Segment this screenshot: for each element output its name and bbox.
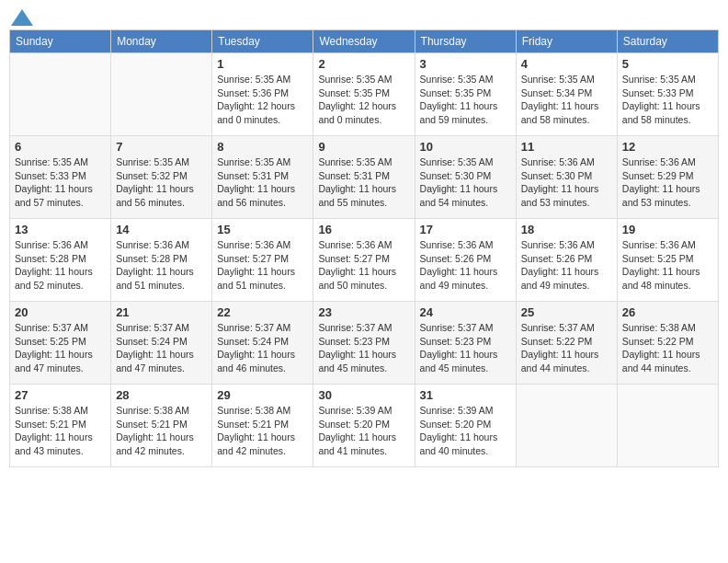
day-info: Sunrise: 5:36 AM Sunset: 5:25 PM Dayligh…: [622, 238, 713, 293]
day-info: Sunrise: 5:36 AM Sunset: 5:27 PM Dayligh…: [217, 238, 308, 293]
day-number: 28: [116, 388, 207, 402]
day-number: 21: [116, 305, 207, 319]
day-info: Sunrise: 5:35 AM Sunset: 5:30 PM Dayligh…: [420, 155, 511, 210]
day-number: 27: [15, 388, 106, 402]
calendar-week-row: 27Sunrise: 5:38 AM Sunset: 5:21 PM Dayli…: [10, 385, 719, 467]
day-number: 8: [217, 140, 308, 154]
weekday-header: Friday: [516, 30, 617, 53]
day-info: Sunrise: 5:37 AM Sunset: 5:23 PM Dayligh…: [420, 321, 511, 375]
calendar-cell: 1Sunrise: 5:35 AM Sunset: 5:36 PM Daylig…: [212, 53, 313, 136]
day-info: Sunrise: 5:38 AM Sunset: 5:21 PM Dayligh…: [15, 404, 106, 458]
day-number: 14: [116, 223, 207, 236]
calendar-cell: 18Sunrise: 5:36 AM Sunset: 5:26 PM Dayli…: [516, 219, 617, 302]
day-info: Sunrise: 5:35 AM Sunset: 5:35 PM Dayligh…: [420, 73, 511, 127]
day-number: 12: [622, 140, 713, 154]
day-number: 7: [116, 140, 207, 154]
day-info: Sunrise: 5:35 AM Sunset: 5:36 PM Dayligh…: [217, 73, 308, 127]
calendar-cell: 25Sunrise: 5:37 AM Sunset: 5:22 PM Dayli…: [516, 302, 617, 385]
day-number: 20: [15, 305, 106, 319]
day-number: 30: [318, 388, 409, 402]
weekday-header: Wednesday: [313, 30, 415, 53]
weekday-header: Thursday: [415, 30, 516, 53]
day-number: 6: [15, 140, 106, 154]
calendar-cell: 16Sunrise: 5:36 AM Sunset: 5:27 PM Dayli…: [313, 219, 415, 302]
logo-icon: [11, 9, 33, 26]
calendar-cell: 31Sunrise: 5:39 AM Sunset: 5:20 PM Dayli…: [415, 385, 516, 467]
day-info: Sunrise: 5:37 AM Sunset: 5:24 PM Dayligh…: [116, 321, 207, 375]
calendar-cell: 13Sunrise: 5:36 AM Sunset: 5:28 PM Dayli…: [10, 219, 111, 302]
day-info: Sunrise: 5:38 AM Sunset: 5:21 PM Dayligh…: [217, 404, 308, 458]
day-number: 24: [420, 305, 511, 319]
calendar-cell: 6Sunrise: 5:35 AM Sunset: 5:33 PM Daylig…: [10, 136, 111, 219]
calendar-cell: 17Sunrise: 5:36 AM Sunset: 5:26 PM Dayli…: [415, 219, 516, 302]
day-info: Sunrise: 5:35 AM Sunset: 5:31 PM Dayligh…: [318, 155, 409, 210]
calendar-header-row: SundayMondayTuesdayWednesdayThursdayFrid…: [10, 30, 719, 53]
day-info: Sunrise: 5:36 AM Sunset: 5:28 PM Dayligh…: [116, 238, 207, 293]
weekday-header: Monday: [111, 30, 212, 53]
day-info: Sunrise: 5:38 AM Sunset: 5:21 PM Dayligh…: [116, 404, 207, 458]
calendar-cell: 29Sunrise: 5:38 AM Sunset: 5:21 PM Dayli…: [212, 385, 313, 467]
day-info: Sunrise: 5:37 AM Sunset: 5:24 PM Dayligh…: [217, 321, 308, 375]
day-info: Sunrise: 5:36 AM Sunset: 5:28 PM Dayligh…: [15, 238, 106, 293]
calendar-cell: 15Sunrise: 5:36 AM Sunset: 5:27 PM Dayli…: [212, 219, 313, 302]
calendar-cell: 22Sunrise: 5:37 AM Sunset: 5:24 PM Dayli…: [212, 302, 313, 385]
weekday-header: Tuesday: [212, 30, 313, 53]
day-info: Sunrise: 5:35 AM Sunset: 5:31 PM Dayligh…: [217, 155, 308, 210]
calendar-cell: 9Sunrise: 5:35 AM Sunset: 5:31 PM Daylig…: [313, 136, 415, 219]
calendar-cell: [10, 53, 111, 136]
day-number: 11: [521, 140, 612, 154]
day-number: 5: [622, 57, 713, 71]
day-number: 16: [318, 223, 409, 236]
calendar-cell: [516, 385, 617, 467]
day-info: Sunrise: 5:37 AM Sunset: 5:25 PM Dayligh…: [15, 321, 106, 375]
calendar-cell: 24Sunrise: 5:37 AM Sunset: 5:23 PM Dayli…: [415, 302, 516, 385]
calendar-cell: 12Sunrise: 5:36 AM Sunset: 5:29 PM Dayli…: [617, 136, 718, 219]
day-number: 22: [217, 305, 308, 319]
day-info: Sunrise: 5:39 AM Sunset: 5:20 PM Dayligh…: [420, 404, 511, 458]
day-number: 2: [318, 57, 409, 71]
day-info: Sunrise: 5:35 AM Sunset: 5:34 PM Dayligh…: [521, 73, 612, 127]
calendar-cell: 5Sunrise: 5:35 AM Sunset: 5:33 PM Daylig…: [617, 53, 718, 136]
page-header: [9, 9, 719, 22]
calendar-cell: 14Sunrise: 5:36 AM Sunset: 5:28 PM Dayli…: [111, 219, 212, 302]
calendar-cell: 26Sunrise: 5:38 AM Sunset: 5:22 PM Dayli…: [617, 302, 718, 385]
calendar-cell: 21Sunrise: 5:37 AM Sunset: 5:24 PM Dayli…: [111, 302, 212, 385]
day-number: 25: [521, 305, 612, 319]
calendar-cell: 27Sunrise: 5:38 AM Sunset: 5:21 PM Dayli…: [10, 385, 111, 467]
calendar-week-row: 13Sunrise: 5:36 AM Sunset: 5:28 PM Dayli…: [10, 219, 719, 302]
day-number: 9: [318, 140, 409, 154]
day-info: Sunrise: 5:36 AM Sunset: 5:29 PM Dayligh…: [622, 155, 713, 210]
day-number: 19: [622, 223, 713, 236]
calendar-cell: 4Sunrise: 5:35 AM Sunset: 5:34 PM Daylig…: [516, 53, 617, 136]
day-number: 17: [420, 223, 511, 236]
calendar-cell: 19Sunrise: 5:36 AM Sunset: 5:25 PM Dayli…: [617, 219, 718, 302]
day-number: 18: [521, 223, 612, 236]
day-number: 3: [420, 57, 511, 71]
calendar-cell: 8Sunrise: 5:35 AM Sunset: 5:31 PM Daylig…: [212, 136, 313, 219]
day-info: Sunrise: 5:35 AM Sunset: 5:33 PM Dayligh…: [15, 155, 106, 210]
day-info: Sunrise: 5:36 AM Sunset: 5:26 PM Dayligh…: [521, 238, 612, 293]
calendar-cell: 23Sunrise: 5:37 AM Sunset: 5:23 PM Dayli…: [313, 302, 415, 385]
day-number: 10: [420, 140, 511, 154]
day-info: Sunrise: 5:37 AM Sunset: 5:22 PM Dayligh…: [521, 321, 612, 375]
day-info: Sunrise: 5:35 AM Sunset: 5:32 PM Dayligh…: [116, 155, 207, 210]
calendar-cell: 7Sunrise: 5:35 AM Sunset: 5:32 PM Daylig…: [111, 136, 212, 219]
day-info: Sunrise: 5:35 AM Sunset: 5:35 PM Dayligh…: [318, 73, 409, 127]
calendar-table: SundayMondayTuesdayWednesdayThursdayFrid…: [9, 29, 719, 467]
calendar-cell: 20Sunrise: 5:37 AM Sunset: 5:25 PM Dayli…: [10, 302, 111, 385]
day-number: 13: [15, 223, 106, 236]
logo: [9, 9, 35, 22]
calendar-cell: [617, 385, 718, 467]
calendar-cell: 28Sunrise: 5:38 AM Sunset: 5:21 PM Dayli…: [111, 385, 212, 467]
calendar-week-row: 20Sunrise: 5:37 AM Sunset: 5:25 PM Dayli…: [10, 302, 719, 385]
day-info: Sunrise: 5:39 AM Sunset: 5:20 PM Dayligh…: [318, 404, 409, 458]
calendar-cell: 2Sunrise: 5:35 AM Sunset: 5:35 PM Daylig…: [313, 53, 415, 136]
day-info: Sunrise: 5:36 AM Sunset: 5:27 PM Dayligh…: [318, 238, 409, 293]
calendar-cell: 3Sunrise: 5:35 AM Sunset: 5:35 PM Daylig…: [415, 53, 516, 136]
calendar-cell: [111, 53, 212, 136]
day-number: 1: [217, 57, 308, 71]
day-info: Sunrise: 5:36 AM Sunset: 5:26 PM Dayligh…: [420, 238, 511, 293]
calendar-cell: 10Sunrise: 5:35 AM Sunset: 5:30 PM Dayli…: [415, 136, 516, 219]
calendar-cell: 30Sunrise: 5:39 AM Sunset: 5:20 PM Dayli…: [313, 385, 415, 467]
day-info: Sunrise: 5:37 AM Sunset: 5:23 PM Dayligh…: [318, 321, 409, 375]
